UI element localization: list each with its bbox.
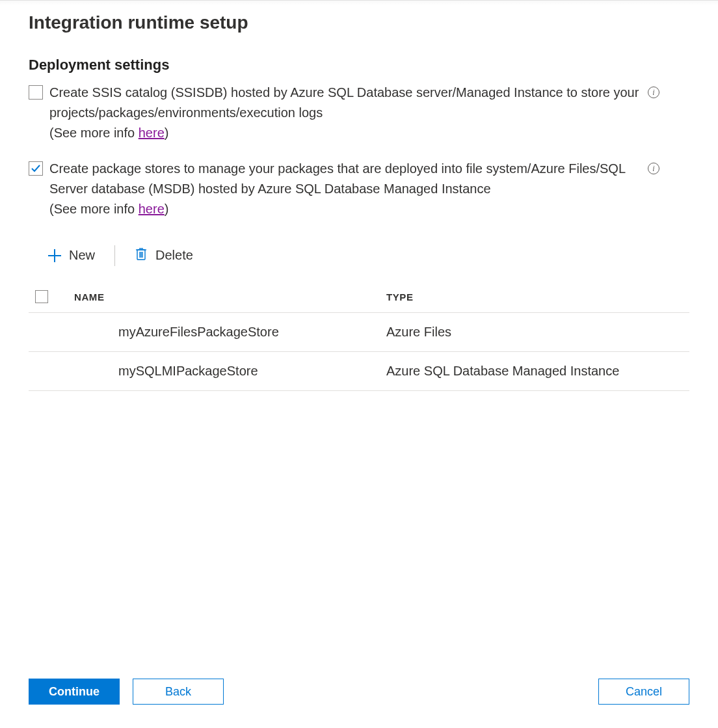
- continue-button[interactable]: Continue: [29, 679, 120, 705]
- delete-button[interactable]: Delete: [129, 244, 198, 267]
- toolbar: New Delete: [43, 244, 689, 267]
- delete-label: Delete: [155, 248, 193, 263]
- cell-type: Azure Files: [386, 313, 689, 352]
- plus-icon: [48, 249, 61, 262]
- cell-name: myAzureFilesPackageStore: [74, 313, 386, 352]
- option-package-stores-info: (See more info here): [49, 202, 689, 217]
- cell-name: mySQLMIPackageStore: [74, 352, 386, 391]
- option-ssisdb-info: (See more info here): [49, 126, 689, 141]
- checkbox-select-all[interactable]: [35, 290, 48, 303]
- checkbox-ssisdb[interactable]: [29, 85, 43, 100]
- cell-type: Azure SQL Database Managed Instance: [386, 352, 689, 391]
- col-header-name[interactable]: NAME: [74, 281, 386, 313]
- table-row[interactable]: myAzureFilesPackageStore Azure Files: [29, 313, 689, 352]
- section-title: Deployment settings: [29, 57, 689, 74]
- option-package-stores: Create package stores to manage your pac…: [29, 159, 689, 217]
- cancel-button[interactable]: Cancel: [598, 679, 689, 705]
- package-stores-table: NAME TYPE myAzureFilesPackageStore Azure…: [29, 281, 689, 391]
- new-button[interactable]: New: [43, 245, 100, 265]
- link-package-stores-here[interactable]: here: [139, 202, 165, 216]
- page-title: Integration runtime setup: [29, 12, 689, 33]
- link-ssisdb-here[interactable]: here: [139, 126, 165, 140]
- footer: Continue Back Cancel: [29, 679, 689, 728]
- option-ssisdb-text: Create SSIS catalog (SSISDB) hosted by A…: [49, 83, 689, 123]
- see-more-suffix: ): [165, 126, 169, 140]
- checkbox-package-stores[interactable]: [29, 161, 43, 176]
- trash-icon: [135, 247, 148, 264]
- col-header-type[interactable]: TYPE: [386, 281, 689, 313]
- new-label: New: [69, 248, 95, 263]
- toolbar-separator: [114, 245, 115, 266]
- info-icon[interactable]: i: [648, 163, 659, 174]
- see-more-suffix: ): [165, 202, 169, 216]
- info-icon[interactable]: i: [648, 87, 659, 98]
- table-row[interactable]: mySQLMIPackageStore Azure SQL Database M…: [29, 352, 689, 391]
- see-more-prefix: (See more info: [49, 126, 139, 140]
- option-ssisdb: Create SSIS catalog (SSISDB) hosted by A…: [29, 83, 689, 141]
- back-button[interactable]: Back: [133, 679, 224, 705]
- see-more-prefix: (See more info: [49, 202, 139, 216]
- option-package-stores-text: Create package stores to manage your pac…: [49, 159, 689, 199]
